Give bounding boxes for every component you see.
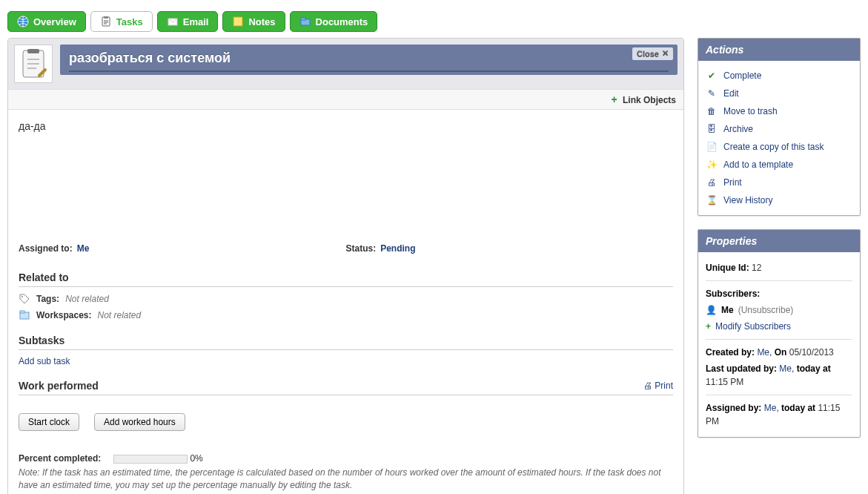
tab-label: Notes	[248, 16, 275, 27]
add-worked-hours-button[interactable]: Add worked hours	[94, 413, 185, 431]
percent-value: 0%	[190, 453, 202, 464]
link-objects-bar[interactable]: + Link Objects	[8, 89, 683, 110]
action-complete[interactable]: ✔Complete	[706, 67, 852, 85]
subscriber-me: Me	[721, 303, 734, 317]
plus-icon: +	[706, 320, 711, 333]
tab-label: Email	[183, 16, 209, 27]
clipboard-icon	[100, 16, 112, 27]
folder-icon	[299, 16, 311, 27]
printer-icon: 🖨	[706, 177, 718, 188]
updated-time-prefix: today at	[797, 363, 831, 374]
globe-icon	[17, 16, 29, 27]
assigned-by-label: Assigned by:	[706, 403, 761, 413]
action-copy[interactable]: 📄Create a copy of this task	[706, 138, 852, 156]
wand-icon: ✨	[706, 159, 718, 171]
on-label: On	[775, 347, 787, 358]
tag-icon	[19, 293, 30, 305]
user-icon: 👤	[706, 303, 717, 317]
trash-icon: 🗑	[706, 105, 718, 117]
work-heading: Work performed 🖨 Print	[19, 377, 673, 395]
hourglass-icon: ⌛	[706, 194, 718, 206]
action-archive[interactable]: 🗄Archive	[706, 120, 852, 138]
link-objects-label: Link Objects	[623, 95, 676, 105]
start-clock-button[interactable]: Start clock	[19, 413, 79, 431]
check-icon: ✔	[706, 70, 718, 82]
add-subtask-link[interactable]: Add sub task	[19, 356, 70, 366]
action-print[interactable]: 🖨Print	[706, 174, 852, 191]
tab-documents[interactable]: Documents	[290, 11, 378, 32]
copy-icon: 📄	[706, 141, 718, 153]
properties-panel: Properties Unique Id: 12 Subscribers: 👤 …	[698, 229, 861, 438]
status-label: Status:	[346, 243, 377, 254]
workspaces-value: Not related	[97, 310, 141, 320]
action-history[interactable]: ⌛View History	[706, 191, 852, 209]
close-button[interactable]: Close ✕	[632, 47, 673, 60]
uid-label: Unique Id:	[706, 263, 749, 273]
task-icon	[14, 45, 53, 83]
main-panel: разобраться с системой Close ✕ + Link Ob…	[7, 38, 684, 494]
assigned-time-prefix: today at	[781, 403, 815, 413]
action-template[interactable]: ✨Add to a template	[706, 156, 852, 174]
tab-notes[interactable]: Notes	[222, 11, 285, 32]
tab-label: Tasks	[116, 16, 143, 27]
tab-label: Documents	[316, 16, 368, 27]
svg-rect-2	[104, 16, 108, 19]
updated-time: 11:15 PM	[706, 377, 743, 387]
tab-tasks[interactable]: Tasks	[90, 11, 153, 32]
subscribers-label: Subscribers:	[706, 289, 760, 299]
percent-note: Note: If the task has an estimated time,…	[19, 467, 673, 492]
close-icon: ✕	[662, 49, 669, 59]
envelope-icon	[167, 16, 179, 27]
printer-icon: 🖨	[643, 381, 652, 391]
action-trash[interactable]: 🗑Move to trash	[706, 102, 852, 120]
title-bar: разобраться с системой Close ✕	[60, 45, 677, 75]
tab-email[interactable]: Email	[157, 11, 219, 32]
plus-icon: +	[611, 93, 617, 105]
tags-label: Tags:	[36, 294, 59, 304]
work-print-label: Print	[655, 381, 673, 391]
created-by-value[interactable]: Me	[757, 347, 769, 358]
svg-rect-11	[20, 311, 24, 313]
note-icon	[232, 16, 244, 27]
pencil-icon: ✎	[706, 88, 718, 99]
tab-label: Overview	[33, 16, 76, 27]
page-title: разобраться с системой	[69, 50, 231, 65]
modify-subscribers-link[interactable]: Modify Subscribers	[715, 320, 791, 333]
action-edit[interactable]: ✎Edit	[706, 85, 852, 102]
archive-icon: 🗄	[706, 123, 718, 135]
svg-rect-4	[233, 17, 242, 26]
properties-heading: Properties	[698, 230, 860, 252]
task-description: да-да	[19, 120, 673, 239]
svg-point-9	[21, 296, 23, 297]
actions-panel: Actions ✔Complete ✎Edit 🗑Move to trash 🗄…	[698, 38, 861, 216]
created-on: 05/10/2013	[789, 347, 834, 358]
workspaces-label: Workspaces:	[36, 310, 91, 320]
assigned-value[interactable]: Me	[77, 243, 90, 254]
uid-value: 12	[752, 263, 761, 273]
related-heading: Related to	[19, 269, 673, 287]
work-heading-label: Work performed	[19, 380, 99, 392]
created-by-label: Created by:	[706, 347, 755, 358]
work-print-link[interactable]: 🖨 Print	[643, 381, 673, 391]
updated-by-label: Last updated by:	[706, 363, 777, 374]
svg-rect-6	[301, 18, 305, 20]
subtasks-heading: Subtasks	[19, 332, 673, 350]
tab-overview[interactable]: Overview	[7, 11, 86, 32]
assigned-by-value[interactable]: Me	[764, 403, 777, 413]
status-value: Pending	[380, 243, 415, 254]
percent-label: Percent completed:	[19, 453, 101, 464]
tab-bar: Overview Tasks Email Notes Documents	[0, 0, 868, 35]
close-label: Close	[637, 50, 659, 59]
svg-rect-8	[27, 49, 39, 53]
tags-value: Not related	[65, 294, 109, 304]
assigned-label: Assigned to:	[19, 243, 73, 254]
unsubscribe-link[interactable]: (Unsubscribe)	[738, 303, 794, 317]
workspace-icon	[19, 309, 30, 321]
updated-by-value[interactable]: Me	[779, 363, 792, 374]
progress-bar	[113, 455, 188, 464]
actions-heading: Actions	[698, 39, 860, 61]
